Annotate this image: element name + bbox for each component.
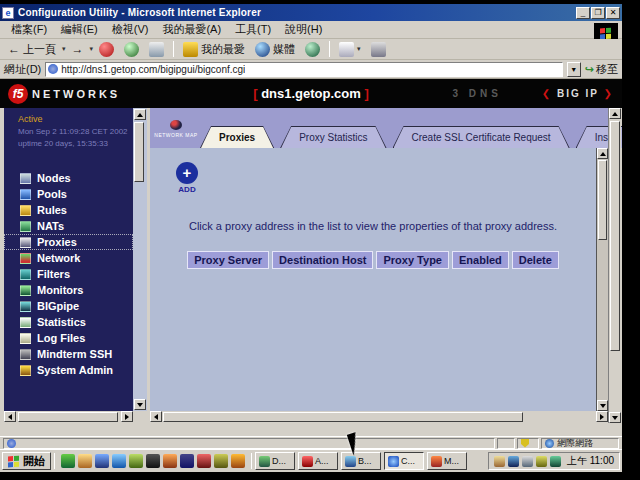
back-button[interactable]: ← 上一頁	[4, 41, 60, 58]
stop-button[interactable]	[95, 41, 118, 58]
menu-help[interactable]: 說明(H)	[278, 21, 329, 38]
quicklaunch-icon[interactable]	[112, 454, 126, 468]
scroll-up-icon[interactable]	[609, 108, 621, 119]
print-button[interactable]	[367, 41, 390, 58]
content-horizontal-scrollbar[interactable]	[150, 411, 608, 423]
add-label: ADD	[172, 185, 202, 194]
back-dropdown-icon[interactable]: ▾	[62, 45, 66, 53]
scroll-right-icon[interactable]	[121, 411, 133, 422]
system-datetime: Mon Sep 2 11:09:28 CET 2002	[4, 127, 133, 136]
add-proxy-button[interactable]: + ADD	[172, 162, 202, 194]
quicklaunch-icon[interactable]	[61, 454, 75, 468]
scrollbar-thumb[interactable]	[134, 122, 144, 182]
tab-proxies[interactable]: Proxies	[200, 126, 274, 148]
system-tray: 上午 11:00	[488, 452, 620, 470]
quicklaunch-icon[interactable]	[78, 454, 92, 468]
url-page-icon	[48, 64, 58, 74]
go-button[interactable]: ↪ 移至	[585, 62, 618, 77]
sidebar-vertical-scrollbar[interactable]	[133, 108, 147, 411]
sidebar-item-label: Nodes	[37, 172, 71, 184]
sidebar-item-pools[interactable]: Pools	[4, 186, 133, 202]
sidebar-item-statistics[interactable]: Statistics	[4, 314, 133, 330]
scroll-right-icon[interactable]	[596, 411, 608, 422]
address-dropdown-icon[interactable]: ▼	[567, 62, 581, 77]
quicklaunch-icon[interactable]	[146, 454, 160, 468]
task-button-3[interactable]: B...	[341, 452, 381, 470]
sidebar-item-label: Monitors	[37, 284, 83, 296]
window-title: Configuration Utility - Microsoft Intern…	[18, 7, 576, 18]
ime-language-icon[interactable]	[536, 456, 547, 467]
scrollbar-thumb[interactable]	[163, 412, 523, 422]
history-button[interactable]	[301, 41, 324, 58]
scroll-up-icon[interactable]	[134, 109, 146, 120]
scroll-down-icon[interactable]	[597, 400, 608, 411]
menu-favorites[interactable]: 我的最愛(A)	[155, 21, 228, 38]
main-frame: NETWORK MAP Proxies Proxy Statistics Cre…	[150, 108, 608, 423]
menu-tools[interactable]: 工具(T)	[228, 21, 278, 38]
sidebar-item-filters[interactable]: Filters	[4, 266, 133, 282]
sidebar-item-system-admin[interactable]: System Admin	[4, 362, 133, 378]
quicklaunch-icon[interactable]	[214, 454, 228, 468]
favorites-button[interactable]: 我的最愛	[179, 41, 249, 58]
quicklaunch-icon[interactable]	[129, 454, 143, 468]
status-bar: 網際網路	[0, 436, 622, 449]
sidebar-horizontal-scrollbar[interactable]	[4, 411, 147, 423]
antivirus-icon[interactable]	[550, 456, 561, 467]
scrollbar-thumb[interactable]	[610, 121, 620, 351]
task-button-label: A...	[315, 456, 329, 466]
forward-button[interactable]: →	[68, 41, 88, 57]
minimize-button[interactable]: _	[576, 7, 590, 19]
address-input[interactable]: http://dns1.getop.com/bigipgui/bigconf.c…	[45, 62, 563, 77]
scroll-left-icon[interactable]	[150, 411, 162, 422]
window-vertical-scrollbar[interactable]	[608, 108, 621, 423]
windows-flag-icon	[8, 455, 20, 467]
tab-label: Proxy Statistics	[281, 127, 385, 148]
task-button-5[interactable]: M...	[427, 452, 467, 470]
taskbar-clock[interactable]: 上午 11:00	[564, 454, 614, 468]
add-icon: +	[176, 162, 198, 184]
home-button[interactable]	[145, 41, 168, 58]
internet-globe-icon	[545, 439, 554, 448]
tab-proxy-statistics[interactable]: Proxy Statistics	[280, 126, 386, 148]
start-button[interactable]: 開始	[2, 452, 51, 470]
sidebar-item-nats[interactable]: NATs	[4, 218, 133, 234]
menu-file[interactable]: 檔案(F)	[4, 21, 54, 38]
sidebar-item-mindterm-ssh[interactable]: Mindterm SSH	[4, 346, 133, 362]
scroll-up-icon[interactable]	[597, 148, 608, 159]
scroll-down-icon[interactable]	[134, 399, 146, 410]
sidebar-item-log-files[interactable]: Log Files	[4, 330, 133, 346]
quicklaunch-icon[interactable]	[163, 454, 177, 468]
sidebar-item-bigpipe[interactable]: BIGpipe	[4, 298, 133, 314]
scroll-left-icon[interactable]	[4, 411, 16, 422]
tab-create-ssl-certificate-request[interactable]: Create SSL Certificate Request	[393, 126, 570, 148]
task-button-2[interactable]: A...	[298, 452, 338, 470]
maximize-button[interactable]: ❐	[591, 7, 605, 19]
quicklaunch-icon[interactable]	[197, 454, 211, 468]
close-button[interactable]: ✕	[606, 7, 620, 19]
forward-dropdown-icon[interactable]: ▾	[90, 45, 94, 53]
scrollbar-thumb[interactable]	[598, 160, 607, 240]
content-vertical-scrollbar[interactable]	[596, 148, 608, 411]
scroll-down-icon[interactable]	[609, 412, 621, 423]
task-button-1[interactable]: D...	[255, 452, 295, 470]
quicklaunch-icon[interactable]	[180, 454, 194, 468]
sidebar-item-rules[interactable]: Rules	[4, 202, 133, 218]
mail-dropdown-icon: ▾	[357, 45, 361, 53]
sidebar-item-proxies[interactable]: Proxies	[4, 234, 133, 250]
display-settings-icon[interactable]	[522, 456, 533, 467]
network-status-icon[interactable]	[508, 456, 519, 467]
menu-edit[interactable]: 編輯(E)	[54, 21, 105, 38]
volume-icon[interactable]	[494, 456, 505, 467]
network-map-button[interactable]: NETWORK MAP	[156, 112, 196, 146]
quicklaunch-icon[interactable]	[231, 454, 245, 468]
scrollbar-thumb[interactable]	[18, 412, 118, 422]
quicklaunch-icon[interactable]	[95, 454, 109, 468]
mail-button[interactable]: ▾	[335, 41, 365, 58]
sidebar-item-monitors[interactable]: Monitors	[4, 282, 133, 298]
media-button[interactable]: 媒體	[251, 41, 299, 58]
sidebar-item-network[interactable]: Network	[4, 250, 133, 266]
refresh-button[interactable]	[120, 41, 143, 58]
task-button-4[interactable]: C...	[384, 452, 424, 470]
menu-view[interactable]: 檢視(V)	[105, 21, 156, 38]
sidebar-item-nodes[interactable]: Nodes	[4, 170, 133, 186]
